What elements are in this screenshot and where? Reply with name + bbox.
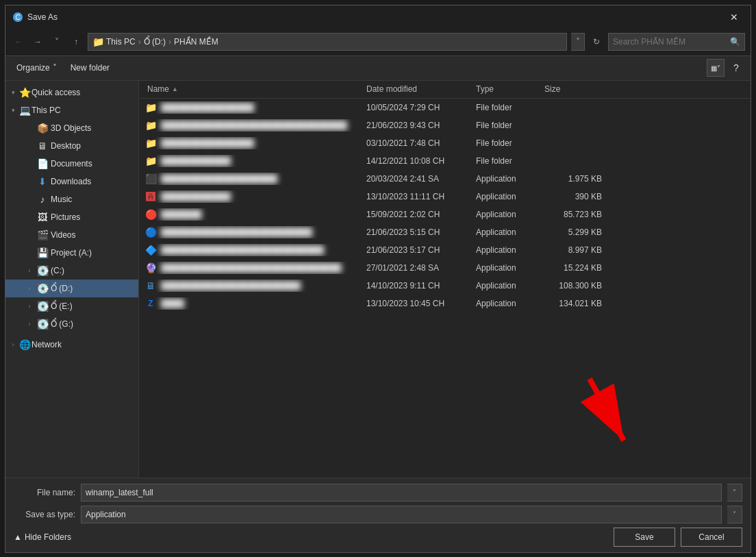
file-name-text: ████████████████████████ — [161, 281, 301, 290]
videos-label: Videos — [51, 230, 75, 240]
file-type: Application — [470, 192, 539, 201]
drived-icon: 💽 — [37, 283, 48, 294]
sidebar-item-pictures[interactable]: 🖼 Pictures — [5, 208, 138, 226]
sidebar-item-projecta[interactable]: 💾 Project (A:) — [5, 244, 138, 262]
chevron-down-icon: ▲ — [14, 532, 22, 542]
this-pc-header[interactable]: ▾ 💻 This PC — [5, 101, 138, 119]
file-type: Application — [470, 174, 539, 184]
file-name-text: ████ — [161, 299, 184, 308]
address-path[interactable]: 📁 This PC › Ổ (D:) › PHẦN MỀM — [88, 33, 567, 51]
sidebar-item-drived[interactable]: › 💽 Ổ (D:) — [5, 280, 138, 297]
network-label: Network — [32, 340, 62, 349]
network-header[interactable]: › 🌐 Network — [5, 336, 138, 354]
sidebar-item-documents[interactable]: 📄 Documents — [5, 155, 138, 173]
sidebar-item-downloads[interactable]: ⬇ Downloads — [5, 173, 138, 190]
table-row[interactable]: 🅰 ████████████ 13/10/2023 11:11 CH Appli… — [139, 188, 751, 206]
file-name-text: ████████████████ — [161, 138, 254, 148]
saveastype-input[interactable] — [81, 506, 722, 523]
table-row[interactable]: 📁 ████████████████████████████████ 21/06… — [139, 116, 751, 134]
file-date: 21/06/2023 9:43 CH — [361, 121, 470, 130]
file-size: 5.299 KB — [539, 227, 607, 237]
drivee-icon: 💽 — [37, 301, 48, 312]
projecta-expand — [25, 248, 34, 258]
file-size: 15.224 KB — [539, 263, 607, 273]
search-box: 🔍 — [608, 33, 745, 51]
file-date: 13/10/2023 10:45 CH — [361, 299, 470, 308]
file-type: File folder — [470, 156, 539, 166]
file-type: Application — [470, 281, 539, 290]
saveastype-dropdown-button[interactable]: ˅ — [727, 506, 742, 523]
cancel-button[interactable]: Cancel — [681, 528, 742, 547]
driveg-expand: › — [25, 319, 34, 329]
file-date: 14/12/2021 10:08 CH — [361, 156, 470, 166]
table-row[interactable]: Z ████ 13/10/2023 10:45 CH Application 1… — [139, 295, 751, 312]
search-input[interactable] — [613, 37, 727, 47]
quick-access-header[interactable]: ▾ ⭐ Quick access — [5, 84, 138, 101]
filename-input[interactable] — [81, 484, 722, 502]
this-pc-label: This PC — [32, 106, 61, 115]
save-as-dialog: C Save As ✕ ← → ˅ ↑ 📁 This PC › Ổ (D:) ›… — [5, 5, 751, 553]
file-date: 14/10/2023 9:11 CH — [361, 281, 470, 290]
sidebar-item-3dobjects[interactable]: 📦 3D Objects — [5, 119, 138, 137]
address-dropdown-button[interactable]: ˅ — [571, 33, 585, 51]
documents-expand — [25, 159, 34, 169]
table-row[interactable]: ⬛ ████████████████████ 20/03/2024 2:41 S… — [139, 170, 751, 188]
col-type-header[interactable]: Type — [470, 84, 539, 94]
sidebar-item-music[interactable]: ♪ Music — [5, 190, 138, 208]
table-row[interactable]: 📁 ████████████████ 10/05/2024 7:29 CH Fi… — [139, 99, 751, 116]
table-row[interactable]: 📁 ████████████ 14/12/2021 10:08 CH File … — [139, 152, 751, 170]
table-row[interactable]: 📁 ████████████████ 03/10/2021 7:48 CH Fi… — [139, 134, 751, 152]
file-name-text: ███████████████████████████████ — [161, 263, 342, 273]
col-size-header[interactable]: Size — [539, 84, 607, 94]
back-button[interactable]: ← — [11, 34, 26, 49]
file-name-cell: 🔮 ███████████████████████████████ — [142, 262, 361, 274]
filename-dropdown-button[interactable]: ˅ — [727, 484, 742, 502]
main-content: ▾ ⭐ Quick access ▾ 💻 This PC 📦 3D Object… — [5, 81, 751, 478]
bottom-bar: File name: ˅ Save as type: ˅ ▲ Hide Fold… — [5, 478, 751, 552]
file-name-cell: ⬛ ████████████████████ — [142, 173, 361, 185]
title-bar: C Save As ✕ — [5, 5, 751, 29]
view-button[interactable]: ▦˅ — [707, 59, 724, 77]
sidebar-item-driveg[interactable]: › 💽 Ổ (G:) — [5, 315, 138, 333]
quick-access-expand-icon: ▾ — [8, 88, 18, 97]
file-size: 390 KB — [539, 192, 607, 201]
refresh-button[interactable]: ↻ — [589, 34, 604, 49]
file-type: File folder — [470, 121, 539, 130]
table-row[interactable]: 🔴 ███████ 15/09/2021 2:02 CH Application… — [139, 206, 751, 223]
app-icon-4: 🔷 — [144, 244, 157, 256]
forward-button[interactable]: → — [30, 34, 45, 49]
sidebar-item-drivec[interactable]: › 💽 (C:) — [5, 262, 138, 280]
videos-expand — [25, 230, 34, 240]
dialog-title: Save As — [27, 12, 58, 22]
file-list: 📁 ████████████████ 10/05/2024 7:29 CH Fi… — [139, 99, 751, 478]
file-size: 108.300 KB — [539, 281, 607, 290]
hide-folders-button[interactable]: ▲ Hide Folders — [14, 532, 71, 542]
dropdown-nav-button[interactable]: ˅ — [49, 34, 64, 49]
sidebar-item-videos[interactable]: 🎬 Videos — [5, 226, 138, 244]
app-icon-1: 🅰 — [144, 190, 157, 203]
sidebar-item-drivee[interactable]: › 💽 Ổ (E:) — [5, 297, 138, 315]
save-button[interactable]: Save — [614, 528, 675, 547]
network-expand: › — [8, 340, 18, 349]
table-row[interactable]: 🖥 ████████████████████████ 14/10/2023 9:… — [139, 277, 751, 295]
folder-icon: 📁 — [144, 119, 157, 132]
network-icon: 🌐 — [19, 339, 30, 350]
app-icon-7: Z — [144, 297, 157, 310]
table-row[interactable]: 🔮 ███████████████████████████████ 27/01/… — [139, 259, 751, 277]
close-button[interactable]: ✕ — [724, 8, 744, 27]
sidebar-item-desktop[interactable]: 🖥 Desktop — [5, 137, 138, 155]
help-button[interactable]: ? — [727, 59, 745, 77]
table-row[interactable]: 🔵 ██████████████████████████ 21/06/2023 … — [139, 223, 751, 241]
app-icon-6: 🖥 — [144, 280, 157, 292]
col-date-header[interactable]: Date modified — [361, 84, 470, 94]
new-folder-button[interactable]: New folder — [65, 59, 115, 77]
organize-button[interactable]: Organize ˅ — [11, 59, 62, 77]
file-type: File folder — [470, 103, 539, 112]
col-name-header[interactable]: Name ▲ — [142, 84, 361, 94]
file-date: 03/10/2021 7:48 CH — [361, 138, 470, 148]
organize-chevron-icon: ˅ — [53, 63, 57, 73]
up-button[interactable]: ↑ — [68, 34, 84, 49]
music-expand — [25, 195, 34, 204]
toolbar: Organize ˅ New folder ▦˅ ? — [5, 56, 751, 81]
table-row[interactable]: 🔷 ████████████████████████████ 21/06/202… — [139, 241, 751, 259]
